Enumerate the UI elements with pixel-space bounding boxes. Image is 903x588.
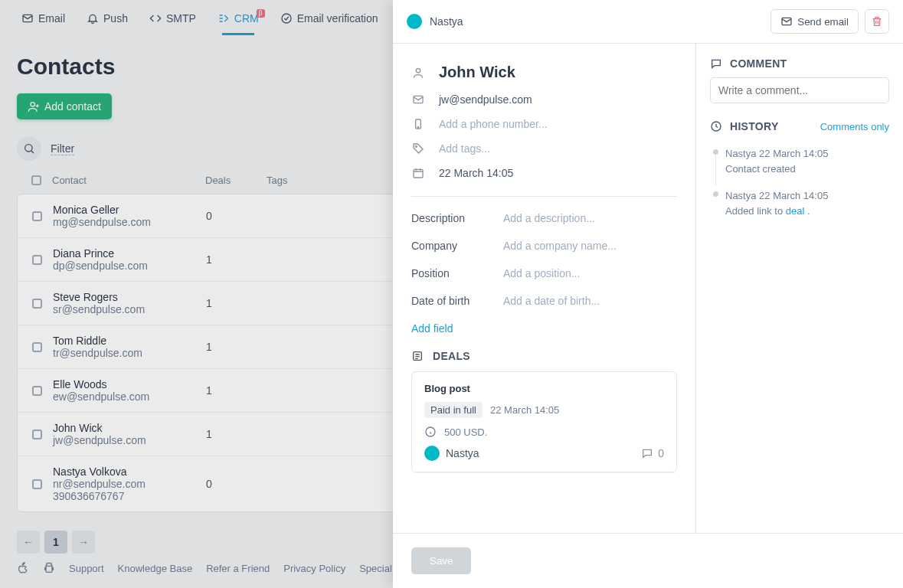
beta-badge: β xyxy=(257,9,265,18)
info-icon xyxy=(424,426,437,438)
deal-title: Blog post xyxy=(424,383,664,394)
contact-name: Nastya Volkova xyxy=(53,466,206,478)
history-meta: Nastya 22 March 14:05 xyxy=(725,188,889,204)
row-checkbox[interactable] xyxy=(32,386,42,396)
deal-card[interactable]: Blog post Paid in full 22 March 14:05 50… xyxy=(411,371,677,472)
add-contact-button[interactable]: Add contact xyxy=(17,93,112,119)
owner-name: Nastya xyxy=(430,15,463,28)
contact-deals: 0 xyxy=(206,210,267,222)
panel-header: Nastya Send email xyxy=(393,0,903,44)
position-label: Position xyxy=(411,267,503,279)
nav-verification[interactable]: Email verification xyxy=(280,12,378,35)
history-meta: Nastya 22 March 14:05 xyxy=(725,146,889,162)
position-input[interactable]: Add a position... xyxy=(503,267,580,279)
check-icon xyxy=(280,12,293,24)
nav-crm[interactable]: CRM β xyxy=(218,12,259,35)
contact-panel: Nastya Send email John Wick jw@sendpulse… xyxy=(393,0,903,588)
contact-deals: 1 xyxy=(206,428,267,440)
svg-point-3 xyxy=(25,145,32,152)
contact-deals: 1 xyxy=(206,253,267,266)
contact-name: Tom Riddle xyxy=(53,335,206,347)
clock-icon xyxy=(710,120,722,132)
select-all-checkbox[interactable] xyxy=(31,175,41,185)
svg-point-2 xyxy=(31,103,34,106)
history-item: Nastya 22 March 14:05 Contact created xyxy=(710,142,889,184)
contact-email: nr@sendpulse.com xyxy=(53,478,206,490)
history-body: Added link to deal . xyxy=(725,204,889,219)
history-item: Nastya 22 March 14:05 Added link to deal… xyxy=(710,184,889,226)
svg-point-5 xyxy=(416,68,420,72)
mail-icon xyxy=(412,93,424,106)
footer-kb[interactable]: Knowledge Base xyxy=(118,563,193,574)
contact-name[interactable]: John Wick xyxy=(439,64,515,81)
dob-input[interactable]: Add a date of birth... xyxy=(503,295,600,307)
delete-button[interactable] xyxy=(865,9,889,34)
tags-input[interactable]: Add tags... xyxy=(439,142,490,155)
footer-privacy[interactable]: Privacy Policy xyxy=(283,563,345,574)
mail-icon xyxy=(780,15,793,28)
svg-point-1 xyxy=(282,14,291,23)
contact-date: 22 March 14:05 xyxy=(439,167,513,179)
contact-name: Monica Geller xyxy=(53,204,206,216)
nav-email[interactable]: Email xyxy=(21,12,65,35)
comment-icon xyxy=(710,57,722,70)
contact-name: Elle Woods xyxy=(53,378,206,390)
comments-only-link[interactable]: Comments only xyxy=(820,121,889,132)
comment-icon xyxy=(641,447,653,459)
deal-status: Paid in full xyxy=(424,402,483,418)
avatar xyxy=(407,14,422,29)
contact-email: tr@sendpulse.com xyxy=(53,347,206,359)
deal-comment-count: 0 xyxy=(658,447,664,459)
nav-smtp[interactable]: SMTP xyxy=(149,12,196,35)
tag-icon xyxy=(412,142,424,155)
panel-footer: Save xyxy=(393,533,903,588)
row-checkbox[interactable] xyxy=(32,255,42,265)
row-checkbox[interactable] xyxy=(32,430,42,439)
panel-owner[interactable]: Nastya xyxy=(407,14,463,29)
footer-support[interactable]: Support xyxy=(69,563,104,574)
col-contact-header[interactable]: Contact xyxy=(52,175,205,186)
row-checkbox[interactable] xyxy=(32,342,42,352)
phone-icon xyxy=(412,118,424,130)
contact-email: dp@sendpulse.com xyxy=(53,260,206,272)
history-body: Contact created xyxy=(725,162,889,177)
filter-link[interactable]: Filter xyxy=(51,142,74,155)
history-list: Nastya 22 March 14:05 Contact createdNas… xyxy=(710,142,889,226)
crm-icon xyxy=(218,12,230,24)
contact-email[interactable]: jw@sendpulse.com xyxy=(439,93,532,106)
description-input[interactable]: Add a description... xyxy=(503,212,595,224)
panel-sidebar: COMMENT HISTORY Comments only Nastya 22 … xyxy=(696,44,903,533)
row-checkbox[interactable] xyxy=(32,299,42,309)
col-deals-header[interactable]: Deals xyxy=(205,175,267,186)
trash-icon xyxy=(871,15,883,28)
android-icon[interactable] xyxy=(43,562,55,574)
contact-deals: 1 xyxy=(206,384,267,397)
svg-rect-10 xyxy=(414,169,423,178)
history-header: HISTORY xyxy=(730,120,779,132)
nav-push[interactable]: Push xyxy=(87,12,128,35)
comment-input[interactable] xyxy=(710,77,889,103)
contact-email: sr@sendpulse.com xyxy=(53,303,206,315)
user-icon xyxy=(412,67,424,79)
contact-email: mg@sendpulse.com xyxy=(53,216,206,228)
history-link[interactable]: deal . xyxy=(786,205,810,217)
company-label: Company xyxy=(411,240,503,252)
phone-input[interactable]: Add a phone number... xyxy=(439,118,548,130)
row-checkbox[interactable] xyxy=(32,211,42,221)
company-input[interactable]: Add a company name... xyxy=(503,240,617,252)
mail-icon xyxy=(21,12,34,24)
search-icon xyxy=(23,142,35,155)
footer-refer[interactable]: Refer a Friend xyxy=(206,563,270,574)
row-checkbox[interactable] xyxy=(32,479,42,489)
send-email-button[interactable]: Send email xyxy=(770,9,859,34)
contact-deals: 1 xyxy=(206,297,267,309)
apple-icon[interactable] xyxy=(17,562,29,574)
list-icon xyxy=(411,350,424,362)
code-icon xyxy=(149,12,162,24)
deal-owner: Nastya xyxy=(446,447,479,459)
save-button[interactable]: Save xyxy=(411,547,471,574)
contact-name: Steve Rogers xyxy=(53,291,206,303)
add-field-link[interactable]: Add field xyxy=(411,322,453,335)
deal-date: 22 March 14:05 xyxy=(490,404,559,416)
search-button[interactable] xyxy=(17,136,41,161)
